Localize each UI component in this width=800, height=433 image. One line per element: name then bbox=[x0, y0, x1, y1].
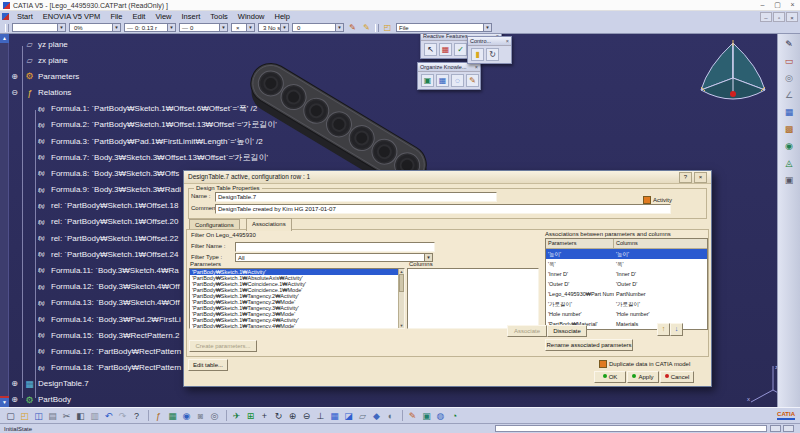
reaction-icon[interactable]: ▦ bbox=[439, 43, 452, 56]
lock-icon[interactable]: ◙ bbox=[194, 409, 207, 422]
minimize-button[interactable]: – bbox=[755, 0, 770, 10]
close-icon[interactable]: × bbox=[506, 37, 509, 45]
activity-checkbox[interactable]: Activity bbox=[643, 196, 672, 204]
world-icon[interactable]: ◔ bbox=[448, 409, 461, 422]
name-field[interactable]: DesignTable.7 bbox=[215, 192, 497, 202]
association-row[interactable]: 'Lego_4495930₩Part Numb...PartNumber bbox=[546, 289, 707, 299]
toolbar-drag-handle[interactable] bbox=[375, 24, 379, 32]
catalog-icon[interactable]: ▣ bbox=[420, 409, 433, 422]
line-type-combo[interactable]: —0▼ bbox=[179, 23, 228, 32]
association-row[interactable]: '가로길이''가로길이' bbox=[546, 299, 707, 309]
mdi-restore-button[interactable]: ▫ bbox=[773, 12, 785, 22]
chevron-down-icon[interactable]: ▼ bbox=[424, 254, 432, 261]
menu-start[interactable]: Start bbox=[12, 11, 38, 22]
association-row[interactable]: 'Inner D''Inner D' bbox=[546, 269, 707, 279]
status-button-1[interactable] bbox=[770, 425, 781, 432]
wireframe-view-icon[interactable]: ▱ bbox=[356, 409, 369, 422]
constraints-icon[interactable]: ∠ bbox=[782, 88, 797, 101]
dissociate-button[interactable]: Dissociate bbox=[547, 325, 587, 337]
catalog-browser-icon[interactable]: ▣ bbox=[782, 173, 797, 186]
knowledge-icon[interactable]: ◍ bbox=[434, 409, 447, 422]
pattern-icon[interactable]: ▦ bbox=[782, 105, 797, 118]
knowledge-cube-icon[interactable]: ▣ bbox=[421, 74, 434, 87]
painter-icon[interactable]: ✎ bbox=[406, 409, 419, 422]
line-weight-combo[interactable]: —0: 0.13 r▼ bbox=[124, 23, 176, 32]
fill-color-combo[interactable]: ▼ bbox=[12, 23, 66, 32]
sketcher-icon[interactable]: ✎ bbox=[782, 37, 797, 50]
wizard-brush-icon[interactable]: ✎ bbox=[361, 23, 372, 33]
save-icon[interactable]: ◫ bbox=[32, 409, 45, 422]
filter-type-combo[interactable]: All ▼ bbox=[235, 253, 433, 262]
tree-item[interactable]: zx plane bbox=[8, 52, 428, 68]
menu-help[interactable]: Help bbox=[270, 11, 295, 22]
filter-name-input[interactable] bbox=[235, 242, 435, 252]
tree-item[interactable]: ⊖ Relations bbox=[8, 85, 428, 101]
chevron-down-icon[interactable]: ▼ bbox=[167, 24, 175, 31]
checkbox-checked-icon[interactable] bbox=[643, 196, 651, 204]
dialog-title-bar[interactable]: DesignTable.7 active, configuration row … bbox=[184, 171, 711, 184]
tree-item[interactable]: Formula.3: `PartBody₩Pad.1₩FirstLimit₩Le… bbox=[8, 133, 428, 149]
loop-icon[interactable]: ↻ bbox=[486, 48, 499, 61]
tree-item[interactable]: Formula.7: `Body.3₩Sketch.3₩Offset.13₩Of… bbox=[8, 149, 428, 165]
separator[interactable] bbox=[398, 410, 403, 421]
design-table-icon[interactable]: ▦ bbox=[166, 409, 179, 422]
comment-field[interactable]: DesignTable created by Kim HG 2017-01-07 bbox=[215, 204, 671, 214]
close-icon[interactable]: × bbox=[694, 172, 707, 183]
menu-tools[interactable]: Tools bbox=[205, 11, 233, 22]
cut-icon[interactable]: ✂ bbox=[60, 409, 73, 422]
zoom-in-icon[interactable]: ⊕ bbox=[286, 409, 299, 422]
association-row[interactable]: '폭''폭' bbox=[546, 259, 707, 269]
parameter-list-item[interactable]: 'PartBody₩Sketch.1₩Tangency.4₩Mode' bbox=[190, 323, 404, 329]
association-row[interactable]: 'Outer D''Outer D' bbox=[546, 279, 707, 289]
chevron-down-icon[interactable]: ▼ bbox=[483, 24, 491, 31]
chevron-down-icon[interactable]: ▼ bbox=[246, 24, 254, 31]
association-row[interactable]: '높이''높이' bbox=[546, 249, 707, 259]
multi-view-icon[interactable]: ▦ bbox=[328, 409, 341, 422]
paste-icon[interactable]: ▥ bbox=[88, 409, 101, 422]
chevron-down-icon[interactable]: ▼ bbox=[219, 24, 227, 31]
association-row[interactable]: 'Hole number''Hole number' bbox=[546, 309, 707, 319]
tree-item[interactable]: ⊕ Parameters bbox=[8, 68, 428, 84]
tree-item[interactable]: yz plane bbox=[8, 36, 428, 52]
parameters-list[interactable]: 'PartBody₩Sketch.1₩Activity''PartBody₩Sk… bbox=[189, 268, 405, 329]
create-parameters-button[interactable]: Create parameters... bbox=[189, 340, 257, 352]
normal-view-icon[interactable]: ⊥ bbox=[314, 409, 327, 422]
scrollbar-thumb[interactable] bbox=[399, 274, 404, 292]
menu-file[interactable]: File bbox=[105, 11, 127, 22]
analysis-icon[interactable]: ◉ bbox=[782, 139, 797, 152]
search-icon[interactable]: ◌ bbox=[451, 74, 464, 87]
help-icon[interactable]: ? bbox=[679, 172, 692, 183]
knowledge-check-icon[interactable]: ✓ bbox=[454, 43, 467, 56]
tab-associations[interactable]: Associations bbox=[246, 218, 292, 231]
ok-button[interactable]: OK bbox=[594, 371, 626, 383]
zoom-out-icon[interactable]: ⊖ bbox=[300, 409, 313, 422]
mdi-close-button[interactable]: × bbox=[786, 12, 798, 22]
iso-view-icon[interactable]: ◪ bbox=[342, 409, 355, 422]
new-document-icon[interactable]: ▢ bbox=[4, 409, 17, 422]
separator[interactable] bbox=[222, 410, 227, 421]
copy-icon[interactable]: ◧ bbox=[74, 409, 87, 422]
move-up-button[interactable]: ↑ bbox=[657, 323, 670, 336]
columns-list[interactable] bbox=[407, 268, 539, 329]
named-filter-combo[interactable]: 0▼ bbox=[292, 23, 344, 32]
transparency-combo[interactable]: 0%▼ bbox=[69, 23, 121, 32]
checkbox-checked-icon[interactable] bbox=[599, 360, 607, 368]
status-button-2[interactable] bbox=[783, 425, 794, 432]
tree-expander-icon[interactable]: ⊕ bbox=[10, 72, 19, 81]
tree-expander-icon[interactable]: ⊕ bbox=[10, 379, 19, 388]
measure-icon[interactable]: ◎ bbox=[782, 71, 797, 84]
compass[interactable] bbox=[688, 38, 777, 126]
scroll-down-icon[interactable]: ▼ bbox=[399, 323, 404, 328]
fit-all-icon[interactable]: ⊞ bbox=[244, 409, 257, 422]
associate-button[interactable]: Associate bbox=[507, 325, 547, 337]
print-icon[interactable]: ▤ bbox=[46, 409, 59, 422]
undo-icon[interactable]: ↶ bbox=[102, 409, 115, 422]
rename-associated-parameters-button[interactable]: Rename associated parameters bbox=[545, 339, 633, 351]
duplicate-data-checkbox[interactable]: Duplicate data in CATIA model bbox=[599, 360, 690, 368]
cancel-button[interactable]: Cancel bbox=[660, 371, 694, 383]
redo-icon[interactable]: ↷ bbox=[116, 409, 129, 422]
file-combo[interactable]: File▼ bbox=[396, 23, 492, 32]
shading-icon[interactable]: ◆ bbox=[370, 409, 383, 422]
mdi-minimize-button[interactable]: – bbox=[760, 12, 772, 22]
battery-icon[interactable]: ▮ bbox=[471, 48, 484, 61]
